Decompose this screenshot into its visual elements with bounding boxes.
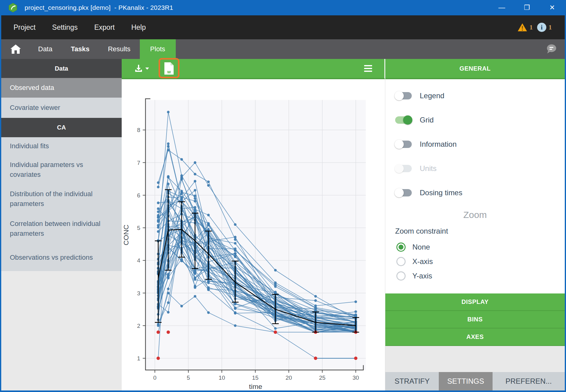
general-section-header[interactable]: GENERAL <box>385 59 565 79</box>
settings-panel: GENERAL Legend Grid Information Units <box>385 59 565 390</box>
tab-stratify[interactable]: STRATIFY <box>385 372 439 390</box>
sidebar-item-observed-data[interactable]: Observed data <box>1 78 122 98</box>
svg-text:8: 8 <box>137 127 140 133</box>
download-icon <box>134 64 143 73</box>
info-count: 1 <box>548 23 552 31</box>
svg-text:15: 15 <box>252 375 258 381</box>
warning-icon <box>517 23 527 32</box>
information-toggle-row: Information <box>395 132 565 156</box>
chat-bubble-icon <box>546 44 557 54</box>
legend-toggle-row: Legend <box>395 83 565 108</box>
panel-bottom-tabs: STRATIFY SETTINGS PREFEREN... <box>385 372 565 390</box>
app-window: project_censoring.pkx [demo] - PKanalix … <box>0 0 566 392</box>
tabbar-spacer <box>176 39 546 59</box>
dosing-times-toggle[interactable] <box>395 189 412 196</box>
feedback-button[interactable] <box>546 39 565 59</box>
menu-help[interactable]: Help <box>127 23 150 32</box>
close-button[interactable]: ✕ <box>540 0 565 15</box>
grid-toggle[interactable] <box>395 116 412 124</box>
bins-section-button[interactable]: BINS <box>385 311 565 328</box>
svg-text:25: 25 <box>319 375 325 381</box>
minimize-button[interactable]: — <box>489 0 514 15</box>
axes-section-button[interactable]: AXES <box>385 328 565 346</box>
svg-text:1: 1 <box>137 355 140 362</box>
warning-count: 1 <box>529 23 533 31</box>
observed-data-plot[interactable]: 05101520253012345678timeCONC <box>122 79 385 390</box>
panel-filler <box>385 346 565 372</box>
general-section-content: Legend Grid Information Units Dosing tim… <box>385 79 565 283</box>
tab-results[interactable]: Results <box>99 39 140 59</box>
window-title: project_censoring.pkx [demo] - PKanalix … <box>25 4 173 11</box>
dosing-times-toggle-row: Dosing times <box>395 180 565 205</box>
grid-toggle-row: Grid <box>395 108 565 132</box>
plot-toolbar: w <box>122 59 385 79</box>
radio-x-axis[interactable] <box>396 257 406 266</box>
menu-project[interactable]: Project <box>9 23 40 32</box>
radio-y-axis[interactable] <box>396 271 406 281</box>
home-button[interactable] <box>1 39 29 59</box>
plot-main-area: w 05101520253012345678timeCONC <box>122 59 385 390</box>
legend-toggle[interactable] <box>395 92 412 99</box>
sidebar-item-indiv-params-vs-covariates[interactable]: Individual parameters vs covariates <box>1 155 122 184</box>
info-icon: i <box>537 23 546 32</box>
information-toggle[interactable] <box>395 141 412 148</box>
main-tabbar: Data Tasks Results Plots <box>1 39 565 59</box>
hamburger-menu-icon <box>364 65 372 66</box>
radio-none[interactable] <box>396 243 406 252</box>
warning-badge[interactable]: 1 <box>517 23 533 32</box>
zoom-constraint-xaxis-row: X-axis <box>396 254 565 269</box>
menu-export[interactable]: Export <box>90 23 119 32</box>
display-section-button[interactable]: DISPLAY <box>385 293 565 311</box>
caret-down-icon <box>145 67 149 70</box>
sidebar-item-obs-vs-predictions[interactable]: Observations vs predictions <box>1 244 122 271</box>
radio-none-label: None <box>412 243 430 251</box>
sidebar-item-covariate-viewer[interactable]: Covariate viewer <box>1 98 122 118</box>
export-image-button[interactable] <box>134 64 149 73</box>
sidebar-item-individual-fits[interactable]: Individual fits <box>1 137 122 155</box>
svg-text:0: 0 <box>153 375 156 381</box>
dosing-times-toggle-label: Dosing times <box>420 188 462 197</box>
zoom-constraint-label: Zoom constraint <box>395 227 565 235</box>
home-icon <box>10 45 21 54</box>
export-word-button[interactable]: w <box>163 62 175 75</box>
svg-text:5: 5 <box>187 375 190 381</box>
zoom-constraint-yaxis-row: Y-axis <box>396 269 565 283</box>
plot-options-menu-button[interactable] <box>364 65 372 72</box>
information-toggle-label: Information <box>420 140 457 149</box>
sidebar-filler <box>1 271 122 390</box>
units-toggle-row: Units <box>395 156 565 180</box>
legend-toggle-label: Legend <box>420 91 444 100</box>
sidebar-item-correlation-indiv-params[interactable]: Correlation between individual parameter… <box>1 213 122 244</box>
sidebar-item-distribution-indiv-params[interactable]: Distribution of the individual parameter… <box>1 184 122 213</box>
tab-settings[interactable]: SETTINGS <box>439 372 492 390</box>
tab-data[interactable]: Data <box>29 39 61 59</box>
svg-text:10: 10 <box>218 375 225 381</box>
zoom-constraint-none-row: None <box>396 240 565 254</box>
titlebar: project_censoring.pkx [demo] - PKanalix … <box>1 0 565 15</box>
radio-y-axis-label: Y-axis <box>412 272 432 280</box>
info-badge[interactable]: i 1 <box>537 23 552 32</box>
app-logo-icon <box>8 3 18 13</box>
tab-tasks[interactable]: Tasks <box>61 39 99 59</box>
svg-text:2: 2 <box>137 323 140 329</box>
svg-text:3: 3 <box>137 290 140 297</box>
sidebar-section-data: Data <box>1 59 122 78</box>
svg-text:5: 5 <box>137 225 140 231</box>
plots-sidebar: Data Observed data Covariate viewer CA I… <box>1 59 122 390</box>
menu-settings[interactable]: Settings <box>48 23 82 32</box>
zoom-section-title: Zoom <box>395 210 555 220</box>
svg-text:30: 30 <box>352 375 359 381</box>
word-export-icon: w <box>163 62 175 75</box>
units-toggle-label: Units <box>420 164 437 173</box>
svg-text:7: 7 <box>137 160 140 166</box>
tab-plots[interactable]: Plots <box>140 39 176 59</box>
panel-section-buttons: DISPLAY BINS AXES <box>385 293 565 346</box>
units-toggle <box>395 165 412 172</box>
maximize-button[interactable]: ❐ <box>514 0 540 15</box>
svg-text:CONC: CONC <box>122 225 130 245</box>
tab-preferences[interactable]: PREFEREN... <box>493 372 565 390</box>
svg-text:6: 6 <box>137 192 140 199</box>
conc-vs-time-chart[interactable]: 05101520253012345678timeCONC <box>122 79 385 390</box>
menubar: Project Settings Export Help 1 i 1 <box>1 15 565 39</box>
sidebar-section-ca: CA <box>1 118 122 137</box>
